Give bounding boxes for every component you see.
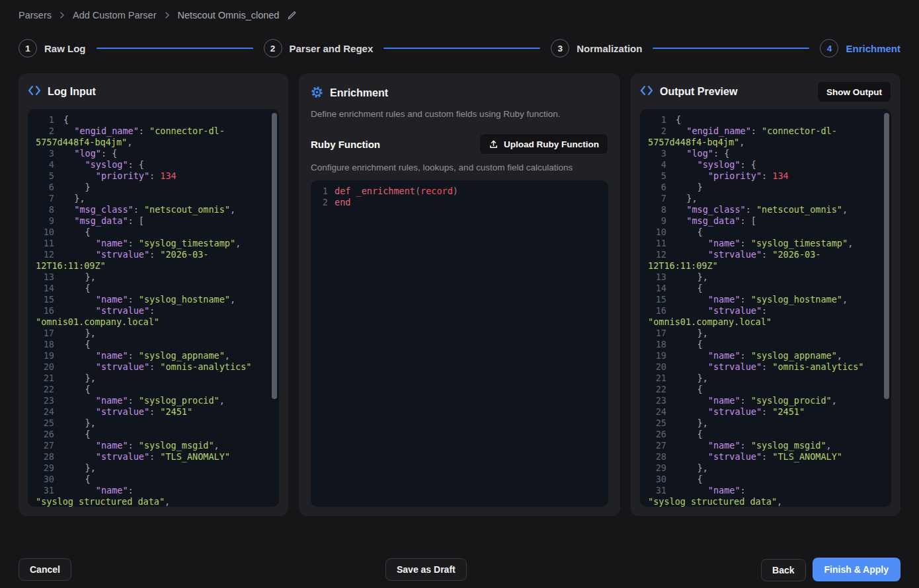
upload-ruby-function-button[interactable]: Upload Ruby Function [479,133,608,155]
step-label: Raw Log [44,43,86,54]
code-line: 13 }, [36,272,272,283]
code-line: 6 } [648,182,885,193]
code-line: 31 "name": "syslog_structured_data", [648,485,885,507]
step-number: 3 [551,39,569,57]
code-icon [28,85,41,98]
log-input-header: Log Input [28,83,279,101]
code-line: 24 "strvalue": "2451" [648,406,885,418]
panels-row: Log Input 1{2 "engid_name": "connector-d… [0,73,919,516]
code-line: 18 { [36,339,272,350]
upload-button-label: Upload Ruby Function [504,139,599,149]
stepper-step-enrichment[interactable]: 4Enrichment [820,39,900,57]
code-line: 4 "syslog": { [648,159,885,170]
footer-bar: Cancel Save as Draft Back Finish & Apply [19,558,900,581]
code-line: 20 "strvalue": "omnis-analytics" [648,361,885,373]
code-line: 23 "name": "syslog_procid", [36,395,272,406]
code-line: 4 "syslog": { [36,159,272,170]
wizard-stepper: 1Raw Log2Parser and Regex3Normalization4… [0,38,919,59]
step-number: 2 [264,39,282,57]
stepper-connector [97,48,253,49]
gear-icon [311,86,323,101]
log-input-editor[interactable]: 1{2 "engid_name": "connector-dl-5757d448… [28,109,279,507]
code-line: 22 { [36,384,272,395]
code-line: 5 "priority": 134 [648,170,885,182]
code-line: 24 "strvalue": "2451" [36,406,272,418]
log-input-title: Log Input [48,86,96,98]
enrichment-panel: Enrichment Define enrichment rules and c… [299,73,620,516]
output-preview-scrollbar[interactable] [884,113,889,399]
code-line: 15 "name": "syslog_hostname", [648,294,885,305]
show-output-button[interactable]: Show Output [817,81,891,102]
code-line: 23 "name": "syslog_procid", [648,395,885,406]
stepper-step-normalization[interactable]: 3Normalization [551,39,642,57]
code-line: 25 }, [648,418,885,429]
stepper-connector [653,48,809,49]
enrichment-header: Enrichment [311,84,608,102]
output-preview-viewer[interactable]: 1{2 "engid_name": "connector-dl-5757d448… [640,109,891,507]
code-line: 5 "priority": 134 [36,170,272,182]
chevron-right-icon [58,11,66,19]
code-line: 17 }, [36,328,272,339]
code-line: 11 "name": "syslog_timestamp", [36,238,272,249]
code-line: 28 "strvalue": "TLS_ANOMALY" [36,451,272,462]
code-line: 26 { [648,429,885,440]
code-line: 1{ [36,114,272,126]
finish-apply-button[interactable]: Finish & Apply [813,558,900,581]
code-line: 8 "msg_class": "netscout_omnis", [36,204,272,215]
pencil-icon[interactable] [287,11,297,20]
enrichment-title: Enrichment [330,87,388,99]
breadcrumb: ParsersAdd Custom ParserNetscout Omnis_c… [0,0,919,20]
code-line: 10 { [36,227,272,238]
chevron-right-icon [163,11,171,19]
code-line: 27 "name": "syslog_msgid", [648,440,885,451]
code-line: 13 }, [648,272,885,283]
code-line: 3 "log": { [648,148,885,159]
stepper-step-parser-and-regex[interactable]: 2Parser and Regex [264,39,374,57]
ruby-function-row: Ruby Function Upload Ruby Function [311,133,608,155]
output-preview-panel: Output Preview Show Output 1{2 "engid_na… [631,73,900,516]
step-label: Parser and Regex [290,43,374,54]
code-line: 2 "engid_name": "connector-dl-5757d448f4… [36,126,272,148]
code-line: 29 }, [648,462,885,474]
code-icon [640,85,653,98]
code-line: 12 "strvalue": "2026-03-12T16:11:09Z" [36,249,272,272]
code-line: 6 } [36,182,272,193]
output-preview-title: Output Preview [660,86,737,98]
ruby-function-subtitle: Configure enrichment rules, lookups, and… [311,163,608,172]
stepper-step-raw-log[interactable]: 1Raw Log [19,39,86,57]
save-as-draft-button[interactable]: Save as Draft [385,558,467,581]
breadcrumb-item[interactable]: Add Custom Parser [73,10,157,20]
code-line: 12 "strvalue": "2026-03-12T16:11:09Z" [648,249,885,272]
code-line: 19 "name": "syslog_appname", [648,350,885,361]
code-line: 30 { [36,474,272,485]
code-line: 20 "strvalue": "omnis-analytics" [36,361,272,373]
ruby-function-editor[interactable]: 1def _enrichment(record)2end [311,180,608,507]
code-line: 17 }, [648,328,885,339]
code-line: 9 "msg_data": [ [648,215,885,227]
upload-icon [489,139,499,149]
code-line: 18 { [648,339,885,350]
code-line: 10 { [648,227,885,238]
code-line: 1def _enrichment(record) [319,186,602,197]
step-number: 4 [820,39,838,57]
enrichment-subtitle: Define enrichment rules and custom field… [311,109,608,119]
ruby-function-title: Ruby Function [311,139,380,150]
parser-wizard-page: ParsersAdd Custom ParserNetscout Omnis_c… [0,0,919,588]
code-line: 31 "name": "syslog_structured_data", [36,485,272,507]
breadcrumb-item[interactable]: Parsers [19,10,52,20]
code-line: 7 }, [36,193,272,204]
back-button[interactable]: Back [761,559,805,581]
code-line: 29 }, [36,462,272,474]
code-line: 28 "strvalue": "TLS_ANOMALY" [648,451,885,462]
code-line: 25 }, [36,418,272,429]
code-line: 27 "name": "syslog_msgid", [36,440,272,451]
step-label: Enrichment [846,43,900,54]
code-line: 14 { [36,283,272,294]
breadcrumb-item: Netscout Omnis_cloned [178,10,280,20]
stepper-connector [383,48,540,49]
log-input-scrollbar[interactable] [272,113,277,399]
code-line: 14 { [648,283,885,294]
code-line: 16 "strvalue": "omnis01.company.local" [36,305,272,328]
cancel-button[interactable]: Cancel [19,558,71,581]
code-line: 11 "name": "syslog_timestamp", [648,238,885,249]
